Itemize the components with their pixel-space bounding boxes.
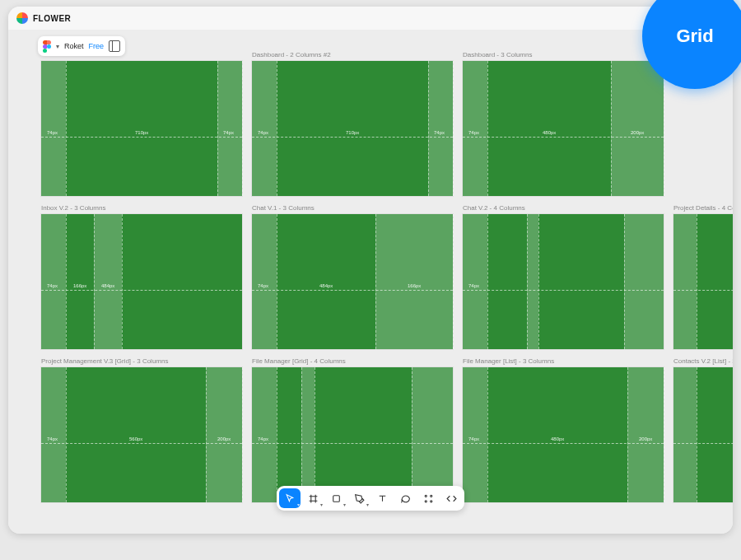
layout-column-overlay: [463, 214, 487, 349]
frame-label: Inbox V.2 - 3 Columns: [41, 204, 242, 212]
ruler-horizontal: [673, 290, 733, 291]
layout-column-overlay: [252, 61, 277, 196]
frame-tool[interactable]: ▾: [302, 488, 324, 508]
app-logo-icon: [16, 12, 28, 24]
app-window: FLOWER 74px710px74pxDashboard - 2 Column…: [8, 7, 733, 534]
frame-group[interactable]: Contacts V.2 [List] - 3 Columns: [673, 357, 733, 502]
frame-artboard[interactable]: [673, 367, 733, 502]
frame-label: Contacts V.2 [List] - 3 Columns: [673, 357, 733, 366]
frame-label: File Manager [Grid] - 4 Columns: [252, 357, 453, 366]
ruler-vertical: [624, 214, 625, 349]
shape-tool[interactable]: ▾: [325, 488, 347, 508]
ruler-vertical: [277, 61, 277, 196]
frame-artboard[interactable]: 74px: [252, 367, 453, 502]
ruler-vertical: [664, 367, 664, 502]
ruler-horizontal: [252, 137, 453, 138]
dimension-label: 74px: [468, 130, 479, 135]
frame-label: Chat V.2 - 4 Columns: [463, 204, 664, 212]
svg-point-3: [425, 500, 426, 502]
canvas-inner[interactable]: 74px710px74pxDashboard - 2 Columns #274p…: [8, 30, 733, 534]
frame-artboard[interactable]: 74px: [463, 214, 664, 349]
frame-label: Dashboard - 2 Columns #2: [252, 51, 453, 59]
frame-group[interactable]: 74px710px74px: [41, 51, 242, 196]
frame-group[interactable]: Dashboard - 3 Columns74px480px200px: [463, 51, 664, 196]
frame-group[interactable]: Dashboard - 2 Columns #274px710px74px: [252, 51, 453, 196]
dimension-label: 74px: [47, 283, 58, 288]
actions-tool[interactable]: [417, 488, 439, 508]
ruler-vertical: [487, 367, 488, 502]
layout-column-overlay: [673, 214, 697, 349]
layout-column-overlay: [463, 367, 487, 502]
frame-label: Chat V.1 - 3 Columns: [252, 204, 453, 212]
ruler-vertical: [453, 214, 454, 349]
ruler-vertical: [206, 367, 207, 502]
ruler-vertical: [66, 214, 67, 349]
layout-column-overlay: [41, 214, 66, 349]
ruler-vertical: [94, 214, 95, 349]
frame-artboard[interactable]: 74px484px166px: [252, 214, 453, 349]
frame-group[interactable]: File Manager [List] - 3 Columns74px480px…: [463, 357, 664, 502]
devmode-tool[interactable]: [440, 488, 462, 508]
titlebar: FLOWER: [8, 7, 733, 30]
chevron-down-icon[interactable]: ▾: [56, 43, 59, 50]
frame-label: Project Management V.3 [Grid] - 3 Column…: [41, 357, 242, 366]
file-name[interactable]: Roket: [64, 42, 84, 50]
layout-column-overlay: [527, 214, 538, 349]
ruler-horizontal: [41, 443, 242, 444]
ruler-vertical: [66, 61, 67, 196]
frame-artboard[interactable]: 74px166px484px: [41, 214, 242, 349]
frame-group[interactable]: Chat V.1 - 3 Columns74px484px166px: [252, 204, 453, 349]
figma-logo-icon[interactable]: [43, 40, 51, 52]
layout-column-overlay: [94, 214, 122, 349]
dimension-label: 74px: [223, 130, 234, 135]
move-tool[interactable]: ▾: [279, 488, 301, 508]
panel-toggle-icon[interactable]: [109, 40, 120, 52]
frame-artboard[interactable]: 74px710px74px: [252, 61, 453, 196]
text-tool[interactable]: [371, 488, 393, 508]
frame-artboard[interactable]: [673, 214, 733, 349]
plan-badge[interactable]: Free: [89, 42, 105, 50]
frame-group[interactable]: Inbox V.2 - 3 Columns74px166px484px: [41, 204, 242, 349]
dimension-label: 200px: [217, 436, 231, 441]
pen-tool[interactable]: ▾: [348, 488, 370, 508]
frame-artboard[interactable]: 74px480px200px: [463, 61, 664, 196]
dimension-label: 166px: [408, 283, 421, 288]
ruler-vertical: [301, 367, 302, 502]
dimension-label: 74px: [258, 436, 268, 441]
layout-column-overlay: [217, 61, 242, 196]
svg-point-1: [425, 495, 426, 497]
ruler-vertical: [66, 367, 67, 502]
frame-group[interactable]: Project Management V.3 [Grid] - 3 Column…: [41, 357, 242, 502]
ruler-vertical: [611, 61, 612, 196]
ruler-horizontal: [673, 443, 733, 444]
dimension-label: 710px: [135, 130, 148, 135]
comment-tool[interactable]: [394, 488, 416, 508]
ruler-vertical: [697, 214, 697, 349]
frame-group[interactable]: Chat V.2 - 4 Columns74px: [463, 204, 664, 349]
frame-artboard[interactable]: 74px480px200px: [463, 367, 664, 502]
dimension-label: 74px: [258, 130, 268, 135]
layout-column-overlay: [375, 214, 453, 349]
frame-artboard[interactable]: 74px560px200px: [41, 367, 242, 502]
frame-group[interactable]: Project Details - 4 Columns: [673, 204, 733, 349]
canvas-viewport[interactable]: 74px710px74pxDashboard - 2 Columns #274p…: [8, 30, 733, 534]
grid-badge-label: Grid: [676, 26, 713, 47]
ruler-vertical: [277, 367, 277, 502]
tool-dock: ▾▾▾▾: [277, 486, 464, 511]
ruler-vertical: [315, 367, 315, 502]
dimension-label: 480px: [551, 436, 564, 441]
ruler-vertical: [664, 61, 664, 196]
ruler-vertical: [453, 61, 454, 196]
frame-group[interactable]: File Manager [Grid] - 4 Columns74px: [252, 357, 453, 502]
ruler-vertical: [122, 214, 123, 349]
layout-column-overlay: [624, 214, 664, 349]
ruler-vertical: [242, 367, 243, 502]
app-title: FLOWER: [33, 14, 71, 23]
layout-column-overlay: [301, 367, 315, 502]
layout-column-overlay: [41, 61, 66, 196]
frame-artboard[interactable]: 74px710px74px: [41, 61, 242, 196]
dimension-label: 74px: [258, 283, 268, 288]
dimension-label: 74px: [468, 283, 479, 288]
layout-column-overlay: [252, 214, 277, 349]
frame-label: Project Details - 4 Columns: [673, 204, 733, 212]
